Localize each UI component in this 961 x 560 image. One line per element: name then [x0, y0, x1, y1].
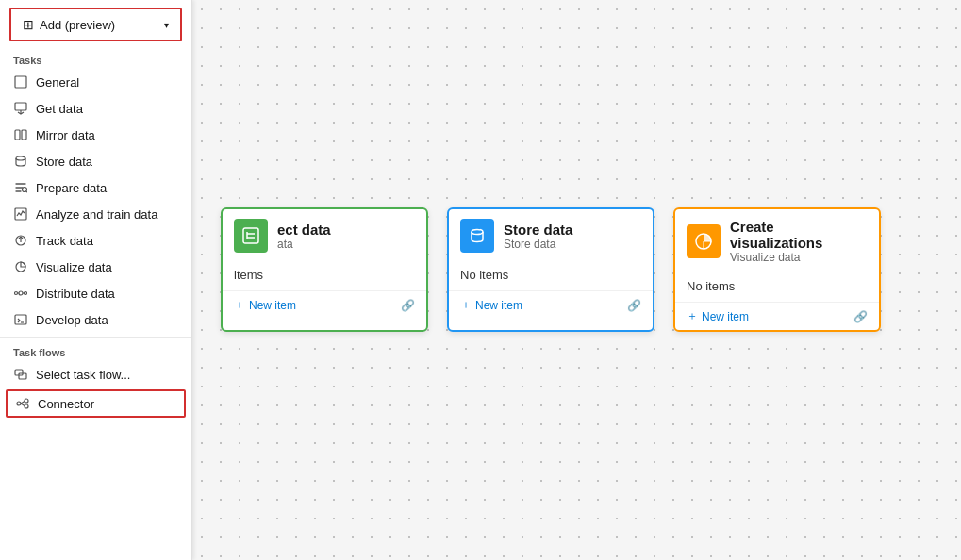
viz-plus-icon: ＋	[687, 308, 698, 324]
mirror-data-icon	[13, 127, 28, 142]
connector-icon	[15, 396, 30, 411]
prepare-data-icon	[13, 180, 28, 195]
viz-card-icon	[687, 224, 721, 258]
collect-data-icon	[234, 219, 268, 253]
divider	[0, 337, 191, 338]
store-card-body: No items	[449, 262, 653, 290]
sidebar-item-visualize-data[interactable]: Visualize data	[0, 254, 191, 280]
card-header-store: Store data Store data	[449, 209, 653, 262]
analyze-label: Analyze and train data	[36, 207, 157, 222]
viz-new-item-button[interactable]: ＋ New item	[687, 308, 749, 324]
store-card-titles: Store data Store data	[504, 222, 572, 251]
svg-rect-4	[22, 130, 26, 140]
task-flows-section-label: Task flows	[0, 341, 191, 361]
add-button-label: Add (preview)	[40, 18, 115, 32]
sidebar-item-track-data[interactable]: Track data	[0, 227, 191, 254]
collect-new-item-button[interactable]: ＋ New item	[234, 297, 296, 313]
general-label: General	[36, 75, 79, 90]
store-data-label: Store data	[36, 155, 92, 169]
mirror-data-label: Mirror data	[36, 128, 95, 142]
general-icon	[13, 74, 28, 90]
store-plus-icon: ＋	[460, 297, 472, 313]
develop-data-label: Develop data	[36, 313, 108, 327]
select-task-flow-label: Select task flow...	[36, 368, 130, 382]
svg-point-30	[472, 230, 483, 235]
store-data-icon	[13, 154, 28, 169]
develop-icon	[13, 312, 28, 327]
svg-point-22	[25, 399, 28, 403]
collect-new-item-label: New item	[249, 299, 296, 312]
sidebar-item-get-data[interactable]: Get data	[0, 95, 191, 122]
collect-plus-icon: ＋	[234, 297, 245, 313]
card-header-viz: Create visualizations Visualize data	[675, 209, 879, 273]
viz-card-titles: Create visualizations Visualize data	[730, 219, 868, 264]
svg-rect-1	[15, 103, 26, 110]
store-data-card-icon	[460, 219, 494, 253]
viz-new-item-label: New item	[702, 310, 749, 323]
collect-card-body: items	[223, 262, 426, 290]
cards-container: ect data ata items ＋ New item 🔗	[221, 207, 881, 332]
viz-no-items: No items	[687, 279, 735, 293]
tasks-section-label: Tasks	[0, 49, 191, 69]
store-attach-icon[interactable]: 🔗	[627, 299, 641, 312]
svg-point-21	[17, 402, 21, 405]
collect-card-subtitle: ata	[277, 238, 331, 251]
get-data-icon	[13, 101, 28, 116]
svg-line-7	[26, 191, 27, 192]
chevron-down-icon: ▾	[164, 20, 169, 30]
sidebar: ⊞ Add (preview) ▾ Tasks General	[0, 0, 192, 560]
collect-card-footer: ＋ New item 🔗	[223, 290, 426, 319]
distribute-data-label: Distribute data	[36, 287, 115, 301]
svg-point-23	[25, 404, 28, 408]
sidebar-item-prepare-data[interactable]: Prepare data	[0, 174, 191, 201]
track-data-label: Track data	[36, 234, 93, 248]
add-preview-button[interactable]: ⊞ Add (preview) ▾	[9, 8, 182, 41]
collect-items-text: items	[234, 268, 263, 282]
svg-line-24	[21, 402, 25, 404]
store-new-item-label: New item	[475, 299, 522, 312]
distribute-icon	[13, 286, 28, 301]
sidebar-item-mirror-data[interactable]: Mirror data	[0, 122, 191, 148]
app-container: ⊞ Add (preview) ▾ Tasks General	[0, 0, 961, 560]
sidebar-item-general[interactable]: General	[0, 69, 191, 95]
svg-rect-3	[15, 130, 20, 140]
card-header-collect: ect data ata	[223, 209, 426, 262]
svg-line-25	[21, 404, 25, 406]
sidebar-item-select-task-flow[interactable]: Select task flow...	[0, 361, 191, 387]
sidebar-item-connector[interactable]: Connector	[6, 389, 186, 418]
plus-icon: ⊞	[23, 17, 34, 32]
collect-attach-icon[interactable]: 🔗	[401, 299, 415, 312]
get-data-label: Get data	[36, 102, 83, 116]
task-card-create-viz: Create visualizations Visualize data No …	[673, 207, 881, 332]
visualize-data-label: Visualize data	[36, 260, 112, 274]
store-no-items: No items	[460, 268, 508, 282]
sidebar-item-store-data[interactable]: Store data	[0, 148, 191, 174]
svg-point-6	[23, 188, 27, 192]
prepare-data-label: Prepare data	[36, 181, 107, 195]
store-card-footer: ＋ New item 🔗	[449, 290, 653, 319]
viz-card-subtitle: Visualize data	[730, 251, 868, 264]
select-task-flow-icon	[13, 367, 28, 382]
svg-point-5	[16, 156, 25, 160]
store-new-item-button[interactable]: ＋ New item	[460, 297, 522, 313]
task-card-store-data: Store data Store data No items ＋ New ite…	[447, 207, 654, 332]
viz-attach-icon[interactable]: 🔗	[853, 310, 868, 323]
collect-card-title: ect data	[277, 222, 331, 238]
svg-rect-26	[243, 228, 258, 243]
analyze-icon	[13, 206, 28, 222]
svg-rect-0	[15, 76, 26, 88]
track-data-icon	[13, 233, 28, 248]
svg-point-12	[19, 291, 23, 295]
sidebar-item-develop-data[interactable]: Develop data	[0, 306, 191, 333]
store-card-title: Store data	[504, 222, 572, 238]
viz-card-body: No items	[675, 273, 879, 302]
collect-card-titles: ect data ata	[277, 222, 331, 251]
visualize-icon	[13, 259, 28, 274]
store-card-subtitle: Store data	[504, 238, 572, 251]
sidebar-item-analyze-train[interactable]: Analyze and train data	[0, 201, 191, 227]
svg-point-13	[15, 292, 18, 295]
task-card-collect-data: ect data ata items ＋ New item 🔗	[221, 207, 428, 332]
viz-card-footer: ＋ New item 🔗	[675, 302, 879, 330]
connector-label: Connector	[38, 397, 94, 411]
sidebar-item-distribute-data[interactable]: Distribute data	[0, 280, 191, 306]
